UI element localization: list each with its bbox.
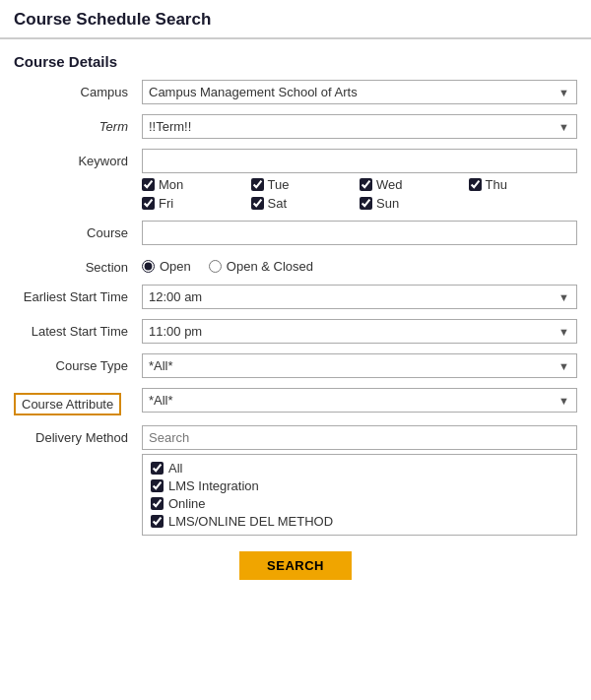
campus-row: Campus Campus Management School of Arts …: [14, 80, 577, 104]
days-grid: Mon Tue Wed Thu Fri: [142, 177, 577, 211]
day-fri-checkbox[interactable]: [142, 197, 155, 210]
term-row: Term !!Term!! ▼: [14, 114, 577, 139]
term-control: !!Term!! ▼: [142, 114, 577, 139]
delivery-all-checkbox[interactable]: [151, 462, 164, 475]
search-button[interactable]: SEARCH: [239, 551, 352, 580]
section-open-label: Open: [160, 259, 191, 274]
course-attribute-control: *All* ▼: [142, 388, 577, 413]
day-wed-checkbox[interactable]: [360, 178, 372, 191]
course-type-select[interactable]: *All*: [142, 353, 577, 378]
delivery-method-row: Delivery Method All LMS Integration Onli…: [14, 425, 577, 536]
term-select[interactable]: !!Term!!: [142, 114, 577, 139]
day-sat: Sat: [251, 196, 361, 211]
delivery-item-all: All: [151, 461, 568, 476]
delivery-lms-online-label: LMS/ONLINE DEL METHOD: [168, 514, 333, 529]
section-open-radio[interactable]: [142, 260, 155, 273]
course-type-row: Course Type *All* ▼: [14, 353, 577, 378]
course-row: Course: [14, 221, 577, 245]
course-type-label: Course Type: [14, 353, 142, 373]
earliest-start-label: Earliest Start Time: [14, 285, 142, 304]
course-attribute-row: Course Attribute *All* ▼: [14, 388, 577, 415]
page-title: Course Schedule Search: [14, 10, 577, 30]
day-tue-checkbox[interactable]: [251, 178, 264, 191]
section-control: Open Open & Closed: [142, 255, 577, 274]
page-header: Course Schedule Search: [0, 0, 591, 39]
delivery-item-online: Online: [151, 496, 568, 511]
day-mon-label: Mon: [159, 177, 183, 192]
latest-start-select[interactable]: 11:00 pm: [142, 319, 577, 344]
latest-start-label: Latest Start Time: [14, 319, 142, 339]
earliest-start-select[interactable]: 12:00 am: [142, 285, 577, 309]
campus-label: Campus: [14, 80, 142, 99]
course-type-control: *All* ▼: [142, 353, 577, 378]
day-fri-label: Fri: [159, 196, 173, 211]
earliest-start-row: Earliest Start Time 12:00 am ▼: [14, 285, 577, 309]
term-label: Term: [14, 114, 142, 134]
delivery-lms-online-checkbox[interactable]: [151, 515, 164, 528]
day-sat-label: Sat: [268, 196, 288, 211]
day-wed: Wed: [360, 177, 469, 192]
latest-start-control: 11:00 pm ▼: [142, 319, 577, 344]
delivery-online-label: Online: [168, 496, 206, 511]
delivery-item-lms: LMS Integration: [151, 478, 568, 493]
keyword-row: Keyword Mon Tue Wed Thu: [14, 149, 577, 211]
course-control: [142, 221, 577, 245]
delivery-method-control: All LMS Integration Online LMS/ONLINE DE…: [142, 425, 577, 536]
section-open-closed-label: Open & Closed: [227, 259, 313, 274]
course-attribute-label: Course Attribute: [14, 393, 121, 415]
delivery-list: All LMS Integration Online LMS/ONLINE DE…: [142, 454, 577, 536]
delivery-online-checkbox[interactable]: [151, 497, 164, 510]
section-open-closed: Open & Closed: [209, 259, 313, 274]
day-thu-label: Thu: [486, 177, 507, 192]
keyword-control: Mon Tue Wed Thu Fri: [142, 149, 577, 211]
day-mon: Mon: [142, 177, 251, 192]
day-sun: Sun: [360, 196, 469, 211]
course-label: Course: [14, 221, 142, 240]
search-btn-row: SEARCH: [14, 551, 577, 580]
day-sat-checkbox[interactable]: [251, 197, 264, 210]
delivery-lms-checkbox[interactable]: [151, 479, 164, 492]
section-radio-group: Open Open & Closed: [142, 255, 577, 274]
day-thu-checkbox[interactable]: [469, 178, 482, 191]
section-label: Section: [14, 255, 142, 275]
latest-start-row: Latest Start Time 11:00 pm ▼: [14, 319, 577, 344]
day-sun-checkbox[interactable]: [360, 197, 372, 210]
day-sun-label: Sun: [376, 196, 399, 211]
day-tue-label: Tue: [268, 177, 290, 192]
section-row: Section Open Open & Closed: [14, 255, 577, 275]
delivery-method-label: Delivery Method: [14, 425, 142, 445]
delivery-all-label: All: [168, 461, 182, 476]
section-open-closed-radio[interactable]: [209, 260, 222, 273]
course-input[interactable]: [142, 221, 577, 245]
day-fri: Fri: [142, 196, 251, 211]
day-wed-label: Wed: [376, 177, 403, 192]
day-tue: Tue: [251, 177, 361, 192]
delivery-search-input[interactable]: [142, 425, 577, 450]
course-attribute-label-wrap: Course Attribute: [14, 388, 142, 415]
campus-select[interactable]: Campus Management School of Arts: [142, 80, 577, 104]
campus-control: Campus Management School of Arts ▼: [142, 80, 577, 104]
delivery-item-lms-online: LMS/ONLINE DEL METHOD: [151, 514, 568, 529]
keyword-label: Keyword: [14, 149, 142, 168]
delivery-lms-label: LMS Integration: [168, 478, 259, 493]
section-open: Open: [142, 259, 191, 274]
section-title: Course Details: [0, 39, 591, 80]
keyword-input[interactable]: [142, 149, 577, 173]
day-thu: Thu: [469, 177, 578, 192]
day-mon-checkbox[interactable]: [142, 178, 155, 191]
course-attribute-select[interactable]: *All*: [142, 388, 577, 413]
earliest-start-control: 12:00 am ▼: [142, 285, 577, 309]
